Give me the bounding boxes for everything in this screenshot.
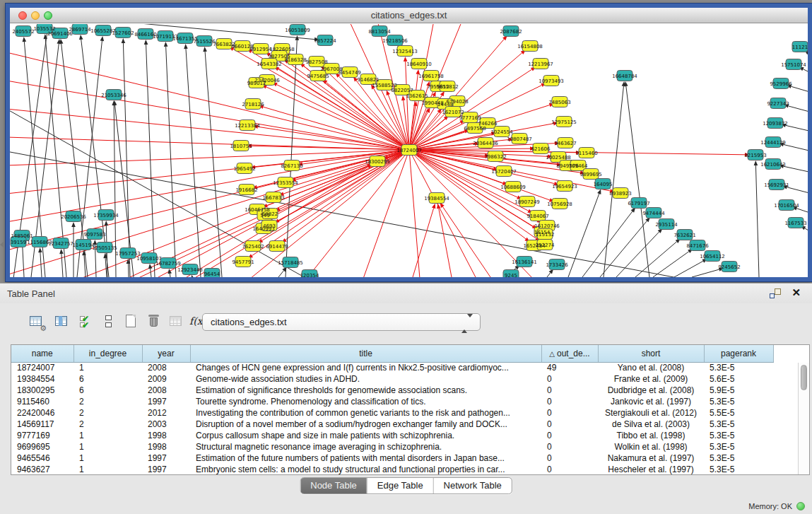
- cell-name[interactable]: 14569117: [11, 419, 73, 430]
- network-canvas-wrap[interactable]: 2405572103553220691406286971410655287152…: [10, 24, 808, 277]
- cell-name[interactable]: 19384554: [11, 373, 73, 385]
- table-row[interactable]: 1830029562008Estimation of significance …: [11, 385, 799, 396]
- column-header-pagerank[interactable]: pagerank: [704, 345, 773, 362]
- cell-in-degree[interactable]: 2: [73, 419, 142, 430]
- cell-in-degree[interactable]: 2: [73, 396, 142, 407]
- network-view-window[interactable]: citations_edges.txt 24055721035532206914…: [6, 4, 812, 281]
- cell-name[interactable]: 9463627: [11, 464, 73, 475]
- cell-title[interactable]: Disruption of a novel member of a sodium…: [190, 419, 541, 430]
- cell-short[interactable]: Franke et al. (2009): [598, 373, 704, 385]
- cell-title[interactable]: Genome-wide association studies in ADHD.: [190, 373, 541, 385]
- cell-title[interactable]: Embryonic stem cells: a model to study s…: [190, 464, 541, 475]
- cell-in-degree[interactable]: 1: [73, 362, 142, 373]
- cell-short[interactable]: Nakamura et al. (1997): [598, 452, 704, 464]
- cell-title[interactable]: Corpus callosum shape and size in male p…: [190, 430, 541, 441]
- cell-year[interactable]: 2008: [142, 362, 190, 373]
- cell-year[interactable]: 1997: [142, 452, 190, 464]
- cell-title[interactable]: Estimation of significance thresholds fo…: [190, 385, 541, 396]
- cell-short[interactable]: Yano et al. (2008): [598, 362, 704, 373]
- cell-year[interactable]: 2009: [142, 373, 190, 385]
- float-panel-icon[interactable]: [770, 288, 781, 298]
- table-row[interactable]: 977716911998Corpus callosum shape and si…: [11, 430, 799, 441]
- cell-out-de-[interactable]: 0: [541, 419, 598, 430]
- cell-in-degree[interactable]: 1: [73, 430, 142, 441]
- cell-pagerank[interactable]: 5.3E-5: [704, 362, 773, 373]
- cell-name[interactable]: 18724007: [11, 362, 73, 373]
- cell-year[interactable]: 1998: [142, 441, 190, 452]
- cell-pagerank[interactable]: 5.3E-5: [704, 464, 773, 475]
- tab-network-table[interactable]: Network Table: [433, 478, 512, 493]
- cell-title[interactable]: Structural magnetic resonance image aver…: [190, 441, 541, 452]
- cell-in-degree[interactable]: 1: [73, 464, 142, 475]
- column-header-out-de-[interactable]: △out_de...: [541, 345, 598, 362]
- table-row[interactable]: 1938455462009Genome-wide association stu…: [11, 373, 799, 385]
- cell-pagerank[interactable]: 5.3E-5: [704, 452, 773, 464]
- cell-name[interactable]: 22420046: [11, 407, 73, 419]
- column-header-short[interactable]: short: [598, 345, 704, 362]
- cell-in-degree[interactable]: 6: [73, 373, 142, 385]
- cell-out-de-[interactable]: 0: [541, 407, 598, 419]
- column-header-year[interactable]: year: [142, 345, 190, 362]
- cell-out-de-[interactable]: 0: [541, 464, 598, 475]
- table-row[interactable]: 911546021997Tourette syndrome. Phenomeno…: [11, 396, 799, 407]
- cell-out-de-[interactable]: 0: [541, 430, 598, 441]
- create-table-icon[interactable]: [123, 313, 140, 330]
- cell-pagerank[interactable]: 5.3E-5: [704, 396, 773, 407]
- window-title-bar[interactable]: citations_edges.txt: [10, 8, 808, 23]
- table-row[interactable]: 946554611997Estimation of the future num…: [11, 452, 799, 464]
- cell-pagerank[interactable]: 5.9E-5: [704, 385, 773, 396]
- cell-in-degree[interactable]: 2: [73, 407, 142, 419]
- cell-out-de-[interactable]: 49: [541, 362, 598, 373]
- delete-table-icon[interactable]: [146, 313, 163, 330]
- cell-name[interactable]: 18300295: [11, 385, 73, 396]
- table-row[interactable]: 1456911722003Disruption of a novel membe…: [11, 419, 799, 430]
- cell-name[interactable]: 9115460: [11, 396, 73, 407]
- cell-year[interactable]: 2008: [142, 385, 190, 396]
- column-header-name[interactable]: name: [11, 345, 73, 362]
- memory-status-icon[interactable]: [796, 502, 805, 510]
- tab-node-table[interactable]: Node Table: [300, 478, 367, 493]
- select-all-rows-icon[interactable]: ✔ ✔: [78, 313, 95, 330]
- network-canvas[interactable]: 2405572103553220691406286971410655287152…: [10, 24, 808, 277]
- cell-in-degree[interactable]: 1: [73, 441, 142, 452]
- table-row[interactable]: 1872400712008Changes of HCN gene express…: [11, 362, 799, 373]
- table-settings-icon[interactable]: ⚙: [28, 313, 45, 330]
- close-panel-icon[interactable]: ✕: [792, 286, 801, 299]
- cell-year[interactable]: 2003: [142, 419, 190, 430]
- cell-pagerank[interactable]: 5.6E-5: [704, 373, 773, 385]
- cell-short[interactable]: Tibbo et al. (1998): [598, 430, 704, 441]
- cell-out-de-[interactable]: 0: [541, 452, 598, 464]
- cell-out-de-[interactable]: 0: [541, 373, 598, 385]
- splitter-collapse-icon[interactable]: [0, 242, 4, 247]
- cell-short[interactable]: Dudbridge et al. (2008): [598, 385, 704, 396]
- cell-title[interactable]: Investigating the contribution of common…: [190, 407, 541, 419]
- cell-title[interactable]: Changes of HCN gene expression and I(f) …: [190, 362, 541, 373]
- cell-in-degree[interactable]: 6: [73, 385, 142, 396]
- cell-short[interactable]: Wolkin et al. (1998): [598, 441, 704, 452]
- cell-year[interactable]: 1998: [142, 430, 190, 441]
- tab-edge-table[interactable]: Edge Table: [367, 478, 433, 493]
- cell-year[interactable]: 2012: [142, 407, 190, 419]
- cell-in-degree[interactable]: 1: [73, 452, 142, 464]
- scrollbar-thumb[interactable]: [801, 365, 807, 390]
- table-header-row[interactable]: namein_degreeyeartitle△out_de...shortpag…: [11, 345, 799, 362]
- cell-year[interactable]: 1997: [142, 396, 190, 407]
- cell-out-de-[interactable]: 0: [541, 396, 598, 407]
- cell-title[interactable]: Estimation of the future numbers of pati…: [190, 452, 541, 464]
- column-header-title[interactable]: title: [190, 345, 541, 362]
- cell-pagerank[interactable]: 5.3E-5: [704, 441, 773, 452]
- cell-short[interactable]: Stergiakouli et al. (2012): [598, 407, 704, 419]
- table-row[interactable]: 969969511998Structural magnetic resonanc…: [11, 441, 799, 452]
- table-row[interactable]: 946362711997Embryonic stem cells: a mode…: [11, 464, 799, 475]
- cell-name[interactable]: 9465546: [11, 452, 73, 464]
- cell-name[interactable]: 9699695: [11, 441, 73, 452]
- cell-pagerank[interactable]: 5.3E-5: [704, 430, 773, 441]
- column-header-in-degree[interactable]: in_degree: [73, 345, 142, 362]
- edit-columns-icon[interactable]: [54, 313, 71, 330]
- cell-short[interactable]: Jankovic et al. (1997): [598, 396, 704, 407]
- cell-pagerank[interactable]: 5.5E-5: [704, 407, 773, 419]
- cell-title[interactable]: Tourette syndrome. Phenomenology and cla…: [190, 396, 541, 407]
- cell-short[interactable]: Hescheler et al. (1997): [598, 464, 704, 475]
- table-selector-dropdown[interactable]: citations_edges.txt: [202, 313, 481, 331]
- cell-year[interactable]: 1997: [142, 464, 190, 475]
